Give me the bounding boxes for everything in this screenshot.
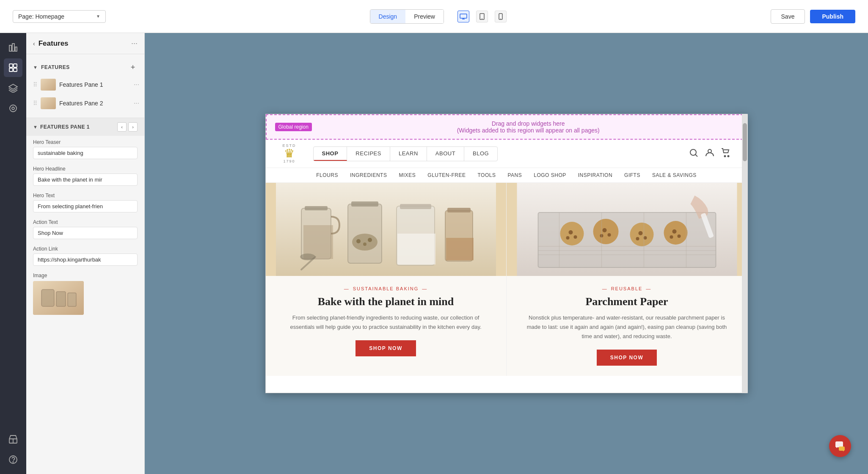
field-hero-teaser: Hero Teaser xyxy=(26,136,144,163)
features-add-button[interactable]: + xyxy=(128,63,138,72)
cookies-card-text: Nonstick plus temperature- and water-res… xyxy=(524,313,730,341)
svg-rect-12 xyxy=(9,68,13,72)
store-nav: ESTD ♛ 1790 SHOP RECIPES LEARN ABOUT BLO… xyxy=(266,140,747,168)
action-text-label: Action Text xyxy=(33,219,138,225)
features-section-toggle[interactable]: ▼ xyxy=(33,65,38,70)
baking-card-tag: SUSTAINABLE BAKING xyxy=(283,286,489,291)
nav-logo-shop[interactable]: LOGO SHOP xyxy=(534,172,566,178)
sidebar-analytics-icon[interactable] xyxy=(4,38,22,57)
sidebar-pages-icon[interactable] xyxy=(4,58,22,77)
svg-rect-11 xyxy=(14,64,17,67)
pane-nav-next[interactable]: › xyxy=(128,122,138,132)
baking-image xyxy=(266,183,506,276)
nav-mixes[interactable]: MIXES xyxy=(399,172,416,178)
svg-point-63 xyxy=(672,229,676,234)
drag-handle-pane2[interactable]: ⠿ xyxy=(33,100,37,107)
cart-icon[interactable] xyxy=(721,148,730,160)
store-nav-about[interactable]: ABOUT xyxy=(427,147,464,161)
svg-point-4 xyxy=(482,18,482,19)
design-preview-group: Design Preview xyxy=(370,9,444,24)
mobile-device-icon[interactable] xyxy=(495,11,507,22)
svg-rect-8 xyxy=(12,44,14,51)
pane-nav-arrows: ‹ › xyxy=(117,122,138,132)
sidebar-help-icon[interactable] xyxy=(4,450,22,469)
feature-dots-pane1[interactable]: ··· xyxy=(134,81,139,88)
store-nav-learn[interactable]: LEARN xyxy=(390,147,427,161)
sidebar-layers-icon[interactable] xyxy=(4,79,22,97)
pane-header-label: FEATURES PANE 1 xyxy=(40,124,115,130)
search-icon[interactable] xyxy=(689,148,698,160)
svg-point-64 xyxy=(677,234,681,238)
store-nav-recipes[interactable]: RECIPES xyxy=(347,147,390,161)
svg-point-55 xyxy=(602,228,606,232)
hero-headline-input[interactable] xyxy=(33,174,138,186)
store-main-nav: SHOP RECIPES LEARN ABOUT BLOG xyxy=(313,146,498,161)
svg-point-6 xyxy=(500,18,501,19)
feature-label-pane1: Features Pane 1 xyxy=(59,81,130,88)
cookies-card-tag: REUSABLE xyxy=(524,286,730,291)
nav-inspiration[interactable]: INSPIRATION xyxy=(578,172,612,178)
global-region-tag: Global region xyxy=(275,123,312,131)
publish-button[interactable]: Publish xyxy=(810,10,855,23)
nav-flours[interactable]: FLOURS xyxy=(316,172,338,178)
nav-sale[interactable]: SALE & SAVINGS xyxy=(652,172,697,178)
sidebar-paint-icon[interactable] xyxy=(4,99,22,118)
design-button[interactable]: Design xyxy=(370,10,406,23)
canvas-area: Global region Drag and drop widgets here… xyxy=(145,33,868,474)
svg-point-51 xyxy=(568,230,573,234)
svg-rect-23 xyxy=(56,292,66,306)
hero-teaser-label: Hero Teaser xyxy=(33,139,138,145)
sidebar-store-icon[interactable] xyxy=(4,430,22,449)
feature-item-pane2[interactable]: ⠿ Features Pane 2 ··· xyxy=(26,94,144,113)
user-icon[interactable] xyxy=(705,148,714,160)
nav-tools[interactable]: TOOLS xyxy=(477,172,496,178)
svg-point-36 xyxy=(352,234,378,251)
feature-dots-pane2[interactable]: ··· xyxy=(134,99,139,107)
desktop-device-icon[interactable] xyxy=(457,11,469,22)
panel-back-arrow[interactable]: ‹ xyxy=(33,40,35,47)
features-grid: SUSTAINABLE BAKING Bake with the planet … xyxy=(266,183,747,376)
secondary-nav: FLOURS INGREDIENTS MIXES GLUTEN-FREE TOO… xyxy=(266,168,747,183)
action-link-input[interactable] xyxy=(33,254,138,266)
tablet-device-icon[interactable] xyxy=(476,11,488,22)
chat-bubble-button[interactable] xyxy=(829,435,851,457)
page-selector[interactable]: Page: Homepage ▼ xyxy=(13,10,106,23)
preview-button[interactable]: Preview xyxy=(405,10,444,23)
features-pane-expanded: ▼ FEATURES PANE 1 ‹ › Hero Teaser Hero H… xyxy=(26,118,144,318)
cookies-shop-now-button[interactable]: SHOP NOW xyxy=(597,350,657,366)
feature-label-pane2: Features Pane 2 xyxy=(59,100,130,107)
field-action-text: Action Text xyxy=(26,216,144,243)
pane-toggle-arrow[interactable]: ▼ xyxy=(33,124,38,130)
drag-handle-pane1[interactable]: ⠿ xyxy=(33,81,37,88)
panel-more-icon[interactable]: ··· xyxy=(131,39,138,48)
svg-rect-10 xyxy=(9,64,13,67)
hero-teaser-input[interactable] xyxy=(33,147,138,159)
cookies-image xyxy=(507,183,747,276)
global-region-banner: Global region Drag and drop widgets here… xyxy=(266,114,747,140)
image-preview[interactable] xyxy=(33,281,84,315)
nav-gluten-free[interactable]: GLUTEN-FREE xyxy=(427,172,466,178)
action-text-input[interactable] xyxy=(33,227,138,239)
store-nav-shop[interactable]: SHOP xyxy=(314,147,347,161)
main-layout: ‹ Features ··· ▼ FEATURES + ⠿ Features P xyxy=(0,33,868,474)
nav-gifts[interactable]: GIFTS xyxy=(624,172,640,178)
nav-ingredients[interactable]: INGREDIENTS xyxy=(350,172,387,178)
hero-text-input[interactable] xyxy=(33,200,138,212)
global-region-line2: (Widgets added to this region will appea… xyxy=(319,127,738,134)
page-selector-label: Page: Homepage xyxy=(18,13,64,20)
scrollbar-thumb[interactable] xyxy=(743,123,747,161)
pane-nav-prev[interactable]: ‹ xyxy=(117,122,127,132)
svg-rect-22 xyxy=(41,289,54,306)
feature-item-pane1[interactable]: ⠿ Features Pane 1 ··· xyxy=(26,75,144,94)
logo-crown-icon: ♛ xyxy=(284,148,295,160)
save-button[interactable]: Save xyxy=(771,9,805,24)
top-bar-center: Design Preview xyxy=(114,9,762,24)
store-nav-blog[interactable]: BLOG xyxy=(464,147,497,161)
cookies-card-headline: Parchment Paper xyxy=(524,295,730,308)
canvas-scrollbar[interactable] xyxy=(742,114,748,393)
svg-rect-45 xyxy=(446,238,474,260)
svg-point-52 xyxy=(573,235,577,239)
baking-shop-now-button[interactable]: SHOP NOW xyxy=(355,340,416,356)
nav-pans[interactable]: PANS xyxy=(507,172,522,178)
feature-card-cookies: REUSABLE Parchment Paper Nonstick plus t… xyxy=(507,183,747,376)
